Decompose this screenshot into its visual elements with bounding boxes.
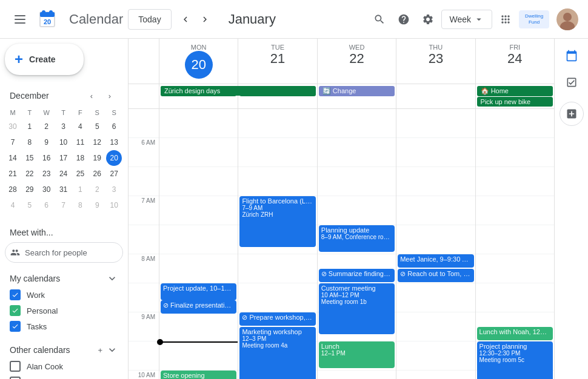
mini-day[interactable]: 10	[56, 134, 72, 150]
cal-item-helen-chang[interactable]: Helen Chang	[5, 374, 123, 379]
cal-checkbox-personal	[10, 305, 21, 316]
event-lunch[interactable]: Lunch 12–1 PM	[319, 341, 395, 368]
side-icon-calendar[interactable]	[560, 44, 584, 68]
mini-day[interactable]: 27	[106, 166, 122, 182]
allday-event-zurich[interactable]: Zürich design days	[161, 86, 315, 96]
event-planning-update[interactable]: Planning update 8–9 AM, Conference room …	[319, 225, 395, 252]
mini-day[interactable]: 6	[106, 119, 122, 134]
cal-item-work[interactable]: Work	[5, 287, 123, 303]
mini-day[interactable]: 8	[22, 134, 38, 150]
event-project-update[interactable]: Project update, 10–10:30 A	[161, 283, 236, 300]
next-button[interactable]	[196, 10, 214, 28]
event-summarize[interactable]: ⊘ Summarize findings, 9:30	[319, 269, 395, 282]
mini-day[interactable]: 3	[106, 182, 122, 197]
day-header-wed[interactable]: WED 22	[317, 39, 396, 84]
cal-item-alan-cook[interactable]: Alan Cook	[5, 358, 123, 374]
mini-day[interactable]: 2	[89, 182, 105, 197]
event-marketing-workshop[interactable]: Marketing workshop 12–3 PM Meeting room …	[239, 327, 315, 379]
day-col-tue[interactable]: Flight to Barcelona (LX 195 7–9 AM Züric…	[238, 109, 316, 379]
mini-day[interactable]: 7	[56, 197, 72, 213]
mini-day-today[interactable]: 20	[106, 150, 122, 166]
allday-event-home-fri[interactable]: 🏠 Home	[477, 86, 553, 96]
help-button[interactable]	[393, 8, 415, 30]
my-calendars-header[interactable]: My calendars	[5, 270, 123, 287]
mini-day[interactable]: 17	[56, 150, 72, 166]
side-add-button[interactable]	[560, 102, 584, 126]
allday-fri[interactable]: 🏠 Home Pick up new bike	[475, 84, 554, 108]
cal-item-tasks[interactable]: Tasks	[5, 318, 123, 334]
mini-day[interactable]: 22	[22, 166, 38, 182]
mini-day[interactable]: 23	[39, 166, 55, 182]
mini-day[interactable]: 1	[72, 182, 88, 197]
mini-day[interactable]: 18	[72, 150, 88, 166]
event-project-planning[interactable]: Project planning 12:30–2:30 PM Meeting r…	[477, 341, 553, 379]
mini-day[interactable]: 7	[5, 134, 21, 150]
mini-day[interactable]: 2	[39, 119, 55, 134]
day-header-thu[interactable]: THU 23	[396, 39, 475, 84]
today-button[interactable]: Today	[128, 9, 171, 30]
prev-button[interactable]	[176, 10, 195, 28]
mini-day[interactable]: 28	[5, 182, 21, 197]
mini-day[interactable]: 4	[5, 197, 21, 213]
allday-event-bike[interactable]: Pick up new bike	[477, 97, 553, 107]
mini-day[interactable]: 10	[106, 197, 122, 213]
mini-day[interactable]: 14	[5, 150, 21, 166]
day-header-tue[interactable]: TUE 21	[238, 39, 316, 84]
menu-button[interactable]	[10, 9, 30, 30]
mini-day[interactable]: 6	[39, 197, 55, 213]
search-button[interactable]	[369, 8, 390, 30]
event-finalize[interactable]: ⊘ Finalize presentation, 10	[161, 300, 236, 314]
mini-cal-next[interactable]: ›	[101, 87, 118, 104]
allday-wed[interactable]: 🔄 Change	[317, 84, 396, 108]
mini-day[interactable]: 9	[39, 134, 55, 150]
mini-day[interactable]: 19	[89, 150, 105, 166]
mini-day[interactable]: 1	[22, 119, 38, 134]
mini-day[interactable]: 3	[56, 119, 72, 134]
event-reach-out-tom[interactable]: ⊘ Reach out to Tom, 9:30 A	[398, 269, 473, 282]
day-header-fri[interactable]: FRI 24	[475, 39, 554, 84]
mini-day[interactable]: 21	[5, 166, 21, 182]
mini-day[interactable]: 30	[5, 119, 21, 134]
day-col-wed[interactable]: Planning update 8–9 AM, Conference room …	[317, 109, 396, 379]
mini-day[interactable]: 31	[56, 182, 72, 197]
day-col-thu[interactable]: Meet Janice, 9–9:30 AM ⊘ Reach out to To…	[396, 109, 475, 379]
mini-day[interactable]: 24	[56, 166, 72, 182]
day-header-mon[interactable]: MON 20	[159, 39, 238, 84]
avatar[interactable]	[556, 8, 578, 30]
allday-thu[interactable]	[396, 84, 475, 108]
allday-mon[interactable]: 🏠 Home Zürich design days	[159, 84, 238, 108]
allday-event-change[interactable]: 🔄 Change	[319, 86, 395, 96]
apps-button[interactable]	[495, 8, 516, 30]
add-other-calendar[interactable]: +	[96, 344, 104, 356]
mini-day[interactable]: 4	[72, 119, 88, 134]
mini-day[interactable]: 30	[39, 182, 55, 197]
mini-day[interactable]: 11	[72, 134, 88, 150]
settings-button[interactable]	[417, 8, 439, 30]
mini-day[interactable]: 5	[22, 197, 38, 213]
week-selector[interactable]: Week	[441, 10, 492, 29]
mini-day[interactable]: 13	[106, 134, 122, 150]
mini-day[interactable]: 8	[72, 197, 88, 213]
mini-day[interactable]: 9	[89, 197, 105, 213]
side-icon-tasks[interactable]	[560, 70, 584, 94]
mini-day[interactable]: 15	[22, 150, 38, 166]
create-button[interactable]: + Create	[5, 44, 84, 75]
event-meet-janice[interactable]: Meet Janice, 9–9:30 AM	[398, 254, 473, 268]
mini-day[interactable]: 29	[22, 182, 38, 197]
event-flight[interactable]: Flight to Barcelona (LX 195 7–9 AM Züric…	[239, 196, 315, 247]
event-prepare-workshop[interactable]: ⊘ Prepare workshop, 11 AM	[239, 312, 315, 326]
mini-day[interactable]: 25	[72, 166, 88, 182]
other-calendars-header[interactable]: Other calendars +	[5, 341, 123, 358]
day-col-mon[interactable]: Project update, 10–10:30 A ⊘ Finalize pr…	[159, 109, 238, 379]
mini-cal-prev[interactable]: ‹	[83, 87, 100, 104]
mini-day[interactable]: 5	[89, 119, 105, 134]
event-customer-meeting[interactable]: Customer meeting 10 AM–12 PM Meeting roo…	[319, 283, 395, 334]
search-people-input[interactable]: Search for people	[5, 242, 123, 263]
event-store-opening[interactable]: Store opening 2–3 PM	[161, 371, 236, 379]
mini-day[interactable]: 12	[89, 134, 105, 150]
mini-day[interactable]: 26	[89, 166, 105, 182]
mini-day[interactable]: 16	[39, 150, 55, 166]
day-col-fri[interactable]: Lunch with Noah, 12–12:30 Project planni…	[475, 109, 554, 379]
event-lunch-noah[interactable]: Lunch with Noah, 12–12:30	[477, 327, 553, 340]
cal-item-personal[interactable]: Personal	[5, 303, 123, 318]
